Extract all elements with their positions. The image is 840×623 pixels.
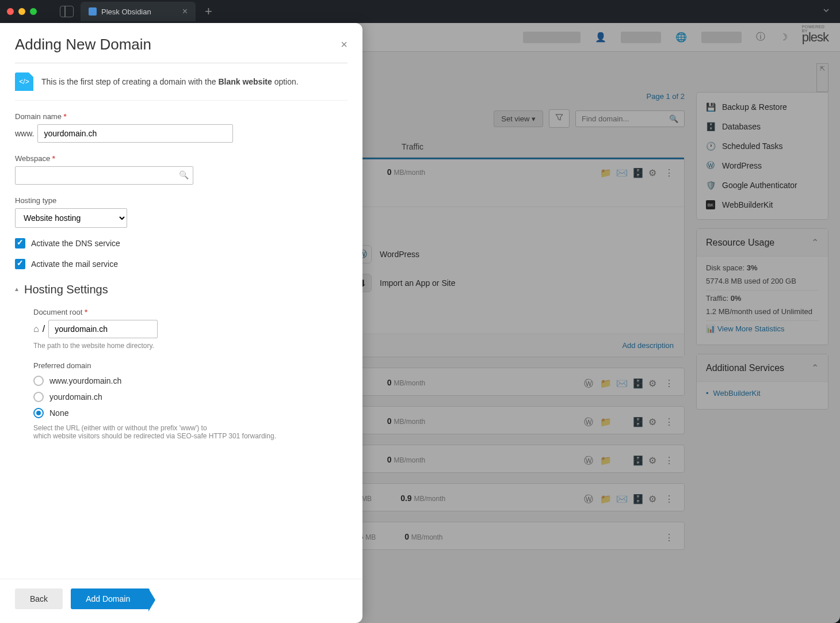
checkbox-checked-icon xyxy=(15,238,25,249)
traffic-lights xyxy=(7,8,37,15)
preferred-plain-radio[interactable]: yourdomain.ch xyxy=(33,392,348,402)
window-close-icon[interactable] xyxy=(7,8,14,15)
www-prefix: www. xyxy=(15,129,34,138)
preferred-none-radio[interactable]: None xyxy=(33,408,348,418)
hosting-type-label: Hosting type xyxy=(15,196,348,205)
sidebar-toggle-icon[interactable] xyxy=(60,6,74,17)
activate-mail-checkbox[interactable]: Activate the mail service xyxy=(15,259,348,269)
close-icon[interactable]: × xyxy=(341,38,348,51)
document-root-hint: The path to the website home directory. xyxy=(33,342,348,350)
preferred-www-radio[interactable]: www.yourdomain.ch xyxy=(33,376,348,386)
tabs-dropdown-icon[interactable] xyxy=(819,3,833,20)
new-tab-button[interactable]: + xyxy=(205,4,212,19)
activate-dns-checkbox[interactable]: Activate the DNS service xyxy=(15,238,348,249)
add-domain-button[interactable]: Add Domain xyxy=(71,588,150,609)
tab-title: Plesk Obsidian xyxy=(101,7,151,16)
hosting-type-select[interactable]: Website hosting xyxy=(15,208,127,228)
chevron-up-icon: ▾ xyxy=(15,286,18,294)
browser-chrome: Plesk Obsidian × + xyxy=(0,0,840,23)
browser-tab[interactable]: Plesk Obsidian × xyxy=(81,2,196,21)
document-root-input[interactable] xyxy=(48,320,158,338)
domain-name-input[interactable] xyxy=(37,124,233,143)
hosting-settings-toggle[interactable]: ▾ Hosting Settings xyxy=(15,283,348,296)
modal-title: Adding New Domain xyxy=(15,36,151,53)
domain-name-label: Domain name xyxy=(15,112,348,121)
window-maximize-icon[interactable] xyxy=(30,8,37,15)
radio-unchecked-icon xyxy=(33,376,44,386)
code-icon: </> xyxy=(15,72,33,91)
checkbox-checked-icon xyxy=(15,259,25,269)
path-separator: / xyxy=(43,324,45,334)
preferred-domain-label: Preferred domain xyxy=(33,361,348,370)
info-banner: </> This is the first step of creating a… xyxy=(15,63,348,101)
add-domain-modal: Adding New Domain × </> This is the firs… xyxy=(0,23,362,623)
webspace-label: Webspace xyxy=(15,154,348,163)
radio-checked-icon xyxy=(33,408,44,418)
preferred-hint: Select the URL (either with or without t… xyxy=(33,424,348,440)
radio-unchecked-icon xyxy=(33,392,44,402)
tab-close-icon[interactable]: × xyxy=(182,6,188,17)
back-button[interactable]: Back xyxy=(15,588,63,609)
window-minimize-icon[interactable] xyxy=(18,8,25,15)
webspace-input[interactable] xyxy=(15,166,193,185)
tab-favicon-icon xyxy=(89,7,97,16)
document-root-label: Document root xyxy=(33,308,348,316)
home-icon: ⌂ xyxy=(33,324,39,334)
